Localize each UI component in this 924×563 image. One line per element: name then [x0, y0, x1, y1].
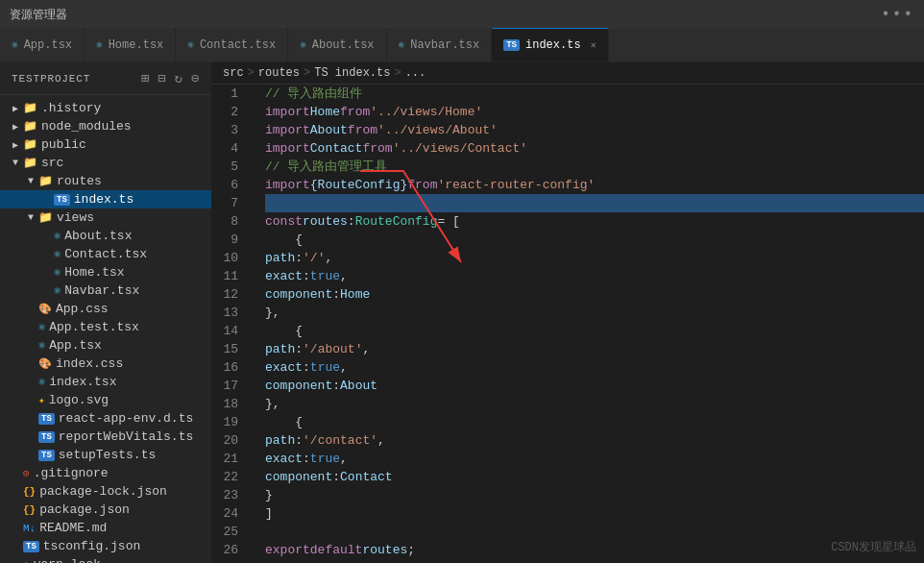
react-icon: ⚛	[399, 38, 405, 51]
breadcrumb-item[interactable]: routes	[258, 66, 300, 80]
collapse-icon[interactable]: ⊖	[191, 70, 200, 86]
css-file-icon: 🎨	[38, 357, 52, 370]
sidebar-item-home-tsx[interactable]: ⚛ Home.tsx	[0, 263, 211, 282]
ts-file-icon: TS	[23, 541, 39, 552]
sidebar-item-index-tsx2[interactable]: ⚛ index.tsx	[0, 373, 211, 391]
code-line-23: }	[265, 486, 924, 504]
watermark: CSDN发现星球品	[831, 539, 916, 555]
breadcrumb-item[interactable]: src	[223, 66, 244, 80]
tree-label: routes	[57, 174, 102, 188]
ts-icon: TS	[503, 39, 520, 51]
code-line-6: import {RouteConfig} from 'react-router-…	[265, 176, 924, 194]
sidebar-item-history[interactable]: ▶ 📁 .history	[0, 99, 211, 117]
sidebar-item-navbar-tsx[interactable]: ⚛ Navbar.tsx	[0, 282, 211, 300]
sidebar-item-routes[interactable]: ▼ 📁 routes	[0, 172, 211, 190]
ts-file-icon: TS	[54, 194, 70, 206]
new-file-icon[interactable]: ⊞	[141, 70, 150, 86]
sidebar-item-index-css[interactable]: 🎨 index.css	[0, 355, 211, 373]
sidebar-item-readme[interactable]: M↓ README.md	[0, 519, 211, 537]
tab-home-tsx[interactable]: ⚛Home.tsx	[85, 28, 176, 61]
code-area[interactable]: // 导入路由组件import Home from '../views/Home…	[257, 85, 924, 563]
line-number-4: 4	[211, 139, 250, 158]
line-number-16: 16	[211, 358, 250, 377]
new-folder-icon[interactable]: ⊟	[158, 70, 166, 86]
refresh-icon[interactable]: ↻	[174, 70, 182, 86]
sidebar-item-gitignore[interactable]: ⊙ .gitignore	[0, 464, 211, 482]
sidebar-item-contact-tsx[interactable]: ⚛ Contact.tsx	[0, 245, 211, 263]
sidebar-item-index-ts[interactable]: TS index.ts	[0, 190, 211, 208]
code-line-11: exact:true,	[265, 267, 924, 285]
tsx-file-icon: ⚛	[38, 375, 45, 389]
tree-arrow[interactable]: ▶	[8, 103, 23, 114]
sidebar-item-app-css[interactable]: 🎨 App.css	[0, 300, 211, 318]
sidebar-item-tsconfig[interactable]: TS tsconfig.json	[0, 537, 211, 555]
code-line-21: exact:true,	[265, 450, 924, 468]
code-line-20: path:'/contact',	[265, 431, 924, 450]
tab-bar: ⚛App.tsx⚛Home.tsx⚛Contact.tsx⚛About.tsx⚛…	[0, 29, 924, 62]
tree-label: .history	[41, 101, 101, 115]
line-number-7: 7	[211, 194, 250, 212]
breadcrumb-bar: src>routes>TS index.ts>...	[211, 62, 924, 85]
tree-arrow[interactable]: ▼	[8, 158, 23, 168]
tree-arrow[interactable]: ▶	[8, 121, 23, 133]
sidebar: TESTPROJECT ⊞ ⊟ ↻ ⊖ ▶ 📁 .history ▶ 📁 nod…	[0, 62, 211, 563]
tree-arrow[interactable]: ▼	[23, 212, 38, 223]
line-number-1: 1	[211, 85, 250, 103]
sidebar-item-public[interactable]: ▶ 📁 public	[0, 135, 211, 154]
tsx-file-icon: ⚛	[54, 229, 61, 243]
sidebar-item-app-tsx[interactable]: ⚛ App.tsx	[0, 336, 211, 355]
react-icon: ⚛	[300, 38, 306, 51]
tree-label: App.css	[56, 302, 109, 316]
sidebar-item-about-tsx[interactable]: ⚛ About.tsx	[0, 227, 211, 245]
tab-index-ts[interactable]: TSindex.ts✕	[492, 28, 608, 61]
tab-navbar-tsx[interactable]: ⚛Navbar.tsx	[387, 28, 493, 61]
sidebar-item-logo-svg[interactable]: ✦ logo.svg	[0, 391, 211, 409]
sidebar-item-setup-tests[interactable]: TS setupTests.ts	[0, 446, 211, 464]
sidebar-item-views[interactable]: ▼ 📁 views	[0, 208, 211, 227]
sidebar-item-package-json[interactable]: {} package.json	[0, 501, 211, 519]
sidebar-item-react-app-env[interactable]: TS react-app-env.d.ts	[0, 409, 211, 428]
code-line-19: {	[265, 413, 924, 431]
sidebar-item-package-lock[interactable]: {} package-lock.json	[0, 482, 211, 501]
tree-label: src	[41, 156, 63, 170]
line-number-24: 24	[211, 504, 250, 523]
editor-content[interactable]: 1234567891011121314151617181920212223242…	[211, 85, 924, 563]
line-number-10: 10	[211, 249, 250, 267]
code-line-1: // 导入路由组件	[265, 85, 924, 103]
sidebar-title: TESTPROJECT	[12, 73, 90, 85]
tree-label: Contact.tsx	[64, 247, 147, 261]
folder-icon: 📁	[38, 174, 53, 188]
tree-arrow[interactable]: ▶	[8, 139, 23, 151]
tab-contact-tsx[interactable]: ⚛Contact.tsx	[176, 28, 288, 61]
main-layout: TESTPROJECT ⊞ ⊟ ↻ ⊖ ▶ 📁 .history ▶ 📁 nod…	[0, 62, 924, 563]
tab-close-icon[interactable]: ✕	[591, 39, 596, 51]
folder-icon: 📁	[23, 119, 37, 134]
tree-label: App.tsx	[49, 338, 102, 353]
tree-label: package.json	[39, 502, 130, 517]
sidebar-item-src[interactable]: ▼ 📁 src	[0, 154, 211, 172]
title-bar-menu[interactable]: •••	[881, 6, 914, 23]
sidebar-item-report-web-vitals[interactable]: TS reportWebVitals.ts	[0, 428, 211, 446]
sidebar-item-node_modules[interactable]: ▶ 📁 node_modules	[0, 117, 211, 135]
tree-label: README.md	[39, 521, 107, 535]
breadcrumb-separator: >	[248, 66, 255, 80]
editor-wrapper: 1234567891011121314151617181920212223242…	[211, 85, 924, 563]
tab-app-tsx[interactable]: ⚛App.tsx	[0, 28, 85, 61]
breadcrumb-item[interactable]: TS index.ts	[314, 66, 390, 80]
tab-about-tsx[interactable]: ⚛About.tsx	[288, 28, 386, 61]
line-number-19: 19	[211, 413, 250, 431]
code-line-22: component:Contact	[265, 468, 924, 486]
tree-label: index.css	[56, 356, 123, 371]
line-number-9: 9	[211, 231, 250, 249]
tree-label: setupTests.ts	[59, 448, 156, 462]
tab-label: About.tsx	[312, 38, 375, 52]
sidebar-item-app-test-tsx[interactable]: ⚛ App.test.tsx	[0, 318, 211, 336]
line-numbers: 1234567891011121314151617181920212223242…	[211, 85, 257, 563]
tree-label: reportWebVitals.ts	[59, 429, 193, 444]
tab-label: Home.tsx	[109, 38, 164, 52]
sidebar-item-yarn-lock[interactable]: ◈ yarn.lock	[0, 555, 211, 563]
tab-label: App.tsx	[24, 38, 72, 52]
breadcrumb-item[interactable]: ...	[405, 66, 426, 80]
code-line-5: // 导入路由管理工具	[265, 158, 924, 176]
tree-arrow[interactable]: ▼	[23, 176, 38, 186]
